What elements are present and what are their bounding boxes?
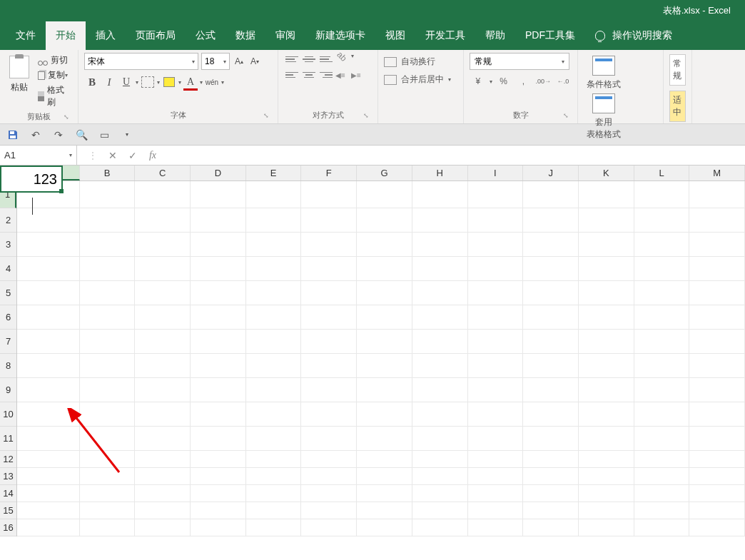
cell[interactable] xyxy=(191,402,246,427)
row-header-5[interactable]: 5 xyxy=(0,281,16,305)
cell[interactable] xyxy=(17,378,80,402)
undo-button[interactable]: ↶ xyxy=(29,128,43,142)
conditional-format-button[interactable]: 条件格式 xyxy=(584,53,624,91)
cell[interactable] xyxy=(634,402,690,427)
column-header-D[interactable]: D xyxy=(191,166,246,180)
column-header-F[interactable]: F xyxy=(301,166,357,180)
cell[interactable] xyxy=(80,378,136,402)
cell[interactable] xyxy=(17,354,80,378)
cell[interactable] xyxy=(523,402,579,427)
cell[interactable] xyxy=(468,519,524,536)
cell[interactable] xyxy=(523,502,579,519)
touch-mode-button[interactable]: ▭ xyxy=(97,128,111,142)
column-header-G[interactable]: G xyxy=(357,166,412,180)
cell[interactable] xyxy=(523,451,579,468)
font-size-select[interactable]: 18▾ xyxy=(201,53,230,70)
cell[interactable] xyxy=(135,208,191,233)
cell[interactable] xyxy=(412,402,468,427)
cell[interactable] xyxy=(689,257,745,281)
cell[interactable] xyxy=(689,485,745,502)
cell[interactable] xyxy=(468,502,524,519)
cell[interactable] xyxy=(246,354,302,378)
cell[interactable] xyxy=(579,181,634,208)
align-bottom-button[interactable] xyxy=(318,53,334,66)
cell[interactable] xyxy=(246,427,302,451)
cell[interactable] xyxy=(246,281,302,305)
cell[interactable] xyxy=(301,468,357,485)
align-center-button[interactable] xyxy=(301,68,317,81)
cell[interactable] xyxy=(191,305,246,330)
cell[interactable] xyxy=(412,354,468,378)
cell[interactable] xyxy=(301,257,357,281)
cell[interactable] xyxy=(357,468,412,485)
style-normal[interactable]: 常规 xyxy=(669,54,686,86)
copy-button[interactable]: 复制 ▾ xyxy=(38,68,72,83)
clipboard-dialog-icon[interactable]: ⤡ xyxy=(62,113,71,122)
cell[interactable] xyxy=(135,305,191,330)
font-name-select[interactable]: 宋体▾ xyxy=(84,53,198,70)
cell[interactable] xyxy=(301,427,357,451)
cell[interactable] xyxy=(689,451,745,468)
cell[interactable] xyxy=(80,468,136,485)
cell[interactable] xyxy=(17,502,80,519)
cell[interactable] xyxy=(191,519,246,536)
font-color-dropdown[interactable]: ▾ xyxy=(200,79,203,86)
row-header-13[interactable]: 13 xyxy=(0,468,16,485)
cell[interactable] xyxy=(412,233,468,257)
cell[interactable] xyxy=(301,402,357,427)
cell[interactable] xyxy=(689,427,745,451)
cell[interactable] xyxy=(523,378,579,402)
row-header-14[interactable]: 14 xyxy=(0,485,16,502)
cell[interactable] xyxy=(689,402,745,427)
percent-button[interactable]: % xyxy=(495,74,512,88)
cell[interactable] xyxy=(246,378,302,402)
cell[interactable] xyxy=(357,305,412,330)
cell[interactable] xyxy=(80,181,136,208)
cell[interactable] xyxy=(412,502,468,519)
format-as-table-button[interactable]: 套用 表格格式 xyxy=(584,91,624,141)
cell[interactable] xyxy=(468,330,524,354)
phonetic-dropdown[interactable]: ▾ xyxy=(221,79,224,86)
number-format-select[interactable]: 常规▾ xyxy=(470,53,569,70)
cell[interactable] xyxy=(468,468,524,485)
decrease-decimal-button[interactable]: ←.0 xyxy=(554,74,572,88)
cell[interactable] xyxy=(579,451,634,468)
cell[interactable] xyxy=(246,208,302,233)
cell[interactable] xyxy=(634,502,690,519)
cell[interactable] xyxy=(246,451,302,468)
cell[interactable] xyxy=(17,485,80,502)
cell[interactable] xyxy=(301,502,357,519)
font-dialog-icon[interactable]: ⤡ xyxy=(262,112,270,121)
column-header-M[interactable]: M xyxy=(689,166,745,180)
cell[interactable] xyxy=(135,485,191,502)
cell[interactable] xyxy=(634,519,690,536)
cell[interactable] xyxy=(468,257,524,281)
cell[interactable] xyxy=(523,354,579,378)
cell[interactable] xyxy=(412,468,468,485)
cell[interactable] xyxy=(579,257,634,281)
cell[interactable] xyxy=(468,354,524,378)
cell[interactable] xyxy=(191,257,246,281)
cell[interactable] xyxy=(135,502,191,519)
cell[interactable] xyxy=(579,502,634,519)
format-painter-button[interactable]: 格式刷 xyxy=(38,83,72,110)
style-good[interactable]: 适中 xyxy=(669,91,686,122)
cell[interactable] xyxy=(523,181,579,208)
cell[interactable] xyxy=(357,485,412,502)
cell[interactable] xyxy=(468,451,524,468)
cell[interactable] xyxy=(523,208,579,233)
cell[interactable] xyxy=(468,305,524,330)
cell[interactable] xyxy=(357,330,412,354)
cell[interactable] xyxy=(191,181,246,208)
cell[interactable] xyxy=(412,281,468,305)
cell[interactable] xyxy=(80,451,136,468)
cell[interactable] xyxy=(579,485,634,502)
cell[interactable] xyxy=(468,233,524,257)
cell[interactable] xyxy=(17,402,80,427)
cell[interactable] xyxy=(468,485,524,502)
cell[interactable] xyxy=(17,468,80,485)
cell[interactable] xyxy=(689,502,745,519)
cell[interactable] xyxy=(357,502,412,519)
cell[interactable] xyxy=(301,485,357,502)
border-button[interactable] xyxy=(140,74,156,90)
